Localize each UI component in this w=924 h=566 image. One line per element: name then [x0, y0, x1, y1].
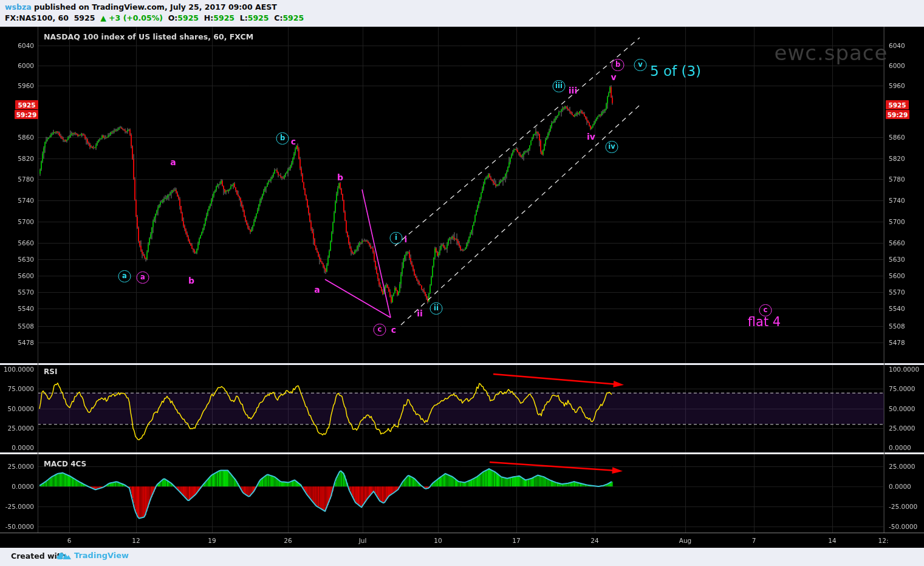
- tradingview-snapshot: wsbza published on TradingView.com, July…: [0, 0, 924, 566]
- macd-axis-tick-right[interactable]: 0.0000: [889, 483, 911, 490]
- wave-label-iii: iii: [569, 86, 577, 95]
- wave-label-c-circled: c: [374, 324, 386, 336]
- wave-label-a-circled: a: [137, 271, 149, 284]
- tradingview-brand-link[interactable]: TradingView: [74, 551, 129, 560]
- wave-label-iii-circled: iii: [553, 80, 566, 92]
- price-axis-tick-left[interactable]: 6000: [0, 62, 34, 69]
- tradingview-logo-icon: [56, 550, 72, 563]
- time-axis-label[interactable]: 10: [434, 537, 442, 544]
- chart-legend-title[interactable]: NASDAQ 100 index of US listed shares, 60…: [44, 32, 253, 41]
- rsi-axis-tick-left[interactable]: 100.0000: [0, 366, 34, 373]
- price-axis-tick-left[interactable]: 5740: [0, 197, 34, 204]
- price-axis-tick-left[interactable]: 5960: [0, 82, 34, 89]
- price-axis-tick-right[interactable]: 5508: [889, 322, 905, 330]
- time-axis-label[interactable]: 14: [828, 537, 836, 544]
- chart-plot-area[interactable]: [0, 0, 924, 566]
- wave-label-a-circled: a: [118, 270, 131, 282]
- price-badge-right: 5925: [886, 100, 909, 109]
- macd-axis-tick-left[interactable]: -25.0000: [0, 503, 34, 510]
- price-axis-tick-right[interactable]: 5570: [889, 288, 905, 296]
- macd-axis-tick-left[interactable]: 25.0000: [0, 463, 34, 470]
- time-axis-label[interactable]: Aug: [679, 537, 692, 544]
- rsi-axis-tick-right[interactable]: 50.0000: [889, 405, 915, 412]
- price-axis-tick-left[interactable]: 5820: [0, 155, 34, 162]
- rsi-axis-tick-right[interactable]: 75.0000: [889, 385, 915, 392]
- annotation-flat-4: flat 4: [748, 315, 781, 329]
- price-axis-tick-left[interactable]: 5700: [0, 218, 34, 225]
- wave-label-b-circled: b: [612, 59, 625, 71]
- time-axis-label[interactable]: 24: [590, 537, 598, 544]
- price-axis-tick-left[interactable]: 5478: [0, 339, 34, 346]
- rsi-axis-tick-left[interactable]: 50.0000: [0, 405, 34, 412]
- price-axis-tick-left[interactable]: 5660: [0, 239, 34, 247]
- countdown-badge-right: 59:29: [886, 110, 909, 119]
- price-axis-tick-right[interactable]: 5600: [889, 272, 905, 279]
- price-axis-tick-right[interactable]: 5740: [889, 197, 905, 204]
- rsi-axis-tick-right[interactable]: 0.0000: [889, 444, 911, 451]
- rsi-axis-tick-left[interactable]: 25.0000: [0, 424, 34, 432]
- rsi-axis-tick-right[interactable]: 25.0000: [889, 424, 915, 432]
- macd-axis-tick-left[interactable]: -50.0000: [0, 523, 34, 530]
- price-axis-tick-left[interactable]: 6040: [0, 42, 34, 49]
- rsi-panel-title[interactable]: RSI: [44, 367, 57, 376]
- wave-label-b-circled: b: [276, 132, 289, 145]
- wave-label-ii: ii: [417, 309, 423, 318]
- price-axis-tick-right[interactable]: 5660: [889, 239, 905, 247]
- wave-label-i-circled: i: [390, 232, 403, 244]
- rsi-axis-tick-right[interactable]: 100.0000: [889, 366, 919, 373]
- price-axis-tick-right[interactable]: 5820: [889, 155, 905, 162]
- time-axis-label[interactable]: 12: [132, 537, 140, 544]
- price-axis-tick-left[interactable]: 5508: [0, 322, 34, 330]
- macd-panel-title[interactable]: MACD 4CS: [44, 460, 86, 468]
- price-axis-tick-left[interactable]: 5630: [0, 256, 34, 263]
- time-axis-label[interactable]: 17: [512, 537, 520, 544]
- price-axis-tick-right[interactable]: 5630: [889, 256, 905, 263]
- price-axis-tick-left[interactable]: 5540: [0, 305, 34, 312]
- wave-label-a: a: [170, 158, 176, 166]
- time-axis-label[interactable]: Jul: [359, 537, 367, 544]
- wave-label-a: a: [314, 285, 320, 294]
- price-axis-tick-right[interactable]: 6000: [889, 62, 905, 69]
- wave-label-i: i: [405, 235, 408, 244]
- price-badge-left: 5925: [15, 100, 38, 109]
- wave-label-c: c: [391, 326, 396, 334]
- price-axis-tick-right[interactable]: 6040: [889, 42, 905, 49]
- price-axis-tick-right[interactable]: 5780: [889, 176, 905, 183]
- price-axis-tick-left[interactable]: 5860: [0, 134, 34, 141]
- wave-label-b: b: [188, 276, 194, 285]
- macd-axis-tick-right[interactable]: 25.0000: [889, 463, 915, 470]
- time-axis-label[interactable]: 19: [208, 537, 216, 544]
- price-axis-tick-right[interactable]: 5700: [889, 218, 905, 225]
- wave-label-ii-circled: ii: [430, 302, 443, 315]
- time-axis-label[interactable]: 7: [752, 537, 756, 544]
- price-axis-tick-right[interactable]: 5478: [889, 339, 905, 346]
- annotation-5-of-3-: 5 of (3): [650, 63, 701, 79]
- wave-label-iv: iv: [587, 132, 595, 141]
- rsi-axis-tick-left[interactable]: 0.0000: [0, 444, 34, 451]
- macd-axis-tick-left[interactable]: 0.0000: [0, 483, 34, 490]
- wave-label-c: c: [291, 137, 296, 146]
- wave-label-v-circled: v: [634, 59, 647, 71]
- price-axis-tick-right[interactable]: 5860: [889, 134, 905, 141]
- watermark: ewc.space: [775, 41, 888, 65]
- countdown-badge-left: 59:29: [15, 110, 38, 119]
- price-axis-tick-right[interactable]: 5960: [889, 82, 905, 89]
- time-axis-label[interactable]: 12:: [878, 537, 889, 544]
- time-axis-label[interactable]: 26: [284, 537, 292, 544]
- wave-label-v: v: [611, 73, 616, 81]
- macd-axis-tick-right[interactable]: -25.0000: [889, 503, 917, 510]
- wave-label-iv-circled: iv: [606, 141, 618, 153]
- time-axis-label[interactable]: 6: [67, 537, 72, 544]
- wave-label-b: b: [337, 173, 343, 182]
- macd-axis-tick-right[interactable]: -50.0000: [889, 523, 917, 530]
- price-axis-tick-right[interactable]: 5540: [889, 305, 905, 312]
- price-axis-tick-left[interactable]: 5600: [0, 272, 34, 279]
- rsi-axis-tick-left[interactable]: 75.0000: [0, 385, 34, 392]
- price-axis-tick-left[interactable]: 5570: [0, 288, 34, 296]
- price-axis-tick-left[interactable]: 5780: [0, 176, 34, 183]
